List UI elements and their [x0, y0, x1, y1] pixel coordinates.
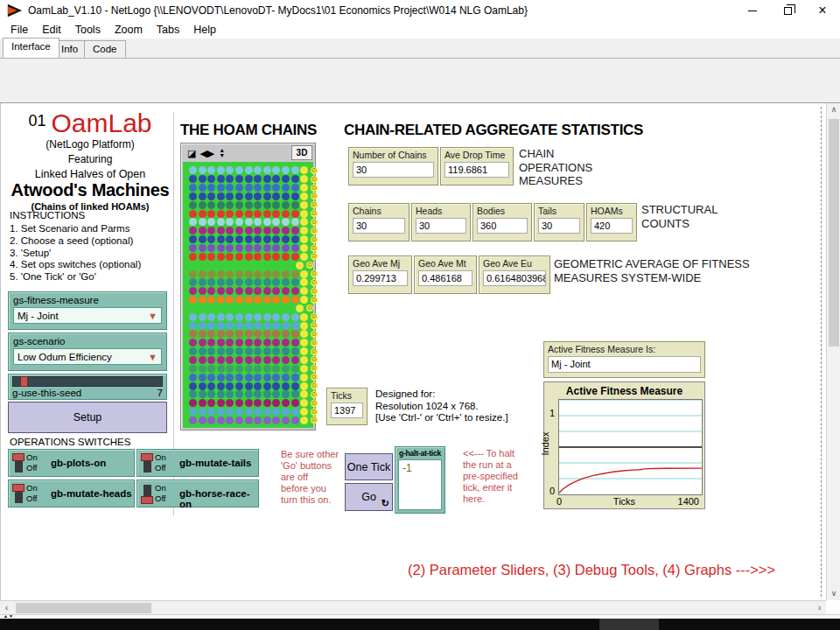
agent-dot: [254, 313, 262, 321]
switch-handle[interactable]: [12, 484, 24, 492]
one-tick-button[interactable]: One Tick: [345, 453, 393, 480]
branding-line: (NetLogo Platform): [6, 138, 174, 150]
menu-item-zoom[interactable]: Zoom: [108, 22, 150, 38]
slider-handle[interactable]: [20, 376, 28, 387]
switch-handle[interactable]: [141, 453, 153, 461]
smiley-icon: ☺: [311, 228, 318, 234]
switch-gb-plots-on[interactable]: OnOffgb-plots-on: [8, 449, 135, 477]
tab-code[interactable]: Code: [84, 40, 126, 58]
agent-dot: [245, 278, 253, 286]
smiley-icon: ☺: [311, 210, 318, 217]
slider-track: [12, 376, 163, 387]
agent-dot: [245, 322, 253, 330]
go-button[interactable]: Go ↻: [345, 483, 393, 511]
agent-dot: [235, 210, 243, 218]
agent-dot: [189, 227, 197, 234]
agent-dot: [245, 166, 253, 174]
smiley-icon: ☺: [311, 391, 318, 398]
agent-dot: [272, 278, 280, 286]
agent-dot: [282, 287, 290, 295]
agent-dot: [291, 201, 299, 209]
scroll-right-arrow[interactable]: ›: [813, 601, 826, 615]
agent-dot: [245, 184, 253, 192]
menu-item-edit[interactable]: Edit: [35, 22, 68, 38]
agent-dot: [217, 244, 225, 252]
3d-button[interactable]: 3D: [291, 145, 312, 160]
agent-dot: [199, 278, 206, 286]
agent-dot: [245, 253, 253, 261]
minimize-button[interactable]: [735, 0, 770, 21]
agent-dot: [189, 313, 197, 321]
agent-dot: [199, 201, 206, 209]
agent-dot: [189, 374, 197, 382]
seed-slider[interactable]: g-use-this-seed 7: [8, 374, 167, 400]
operations-switches-label: OPERATIONS SWITCHES: [10, 437, 130, 447]
chain-row: ☺: [189, 382, 313, 390]
monitor-label: Heads: [416, 206, 466, 216]
switch-gb-horse-race-on[interactable]: OnOffgb-horse-race-on: [136, 480, 259, 508]
agent-dot: [226, 296, 234, 304]
agent-dot: [189, 210, 197, 218]
smiley-icon: ☺: [311, 297, 318, 304]
monitor-label: HOAMs: [591, 206, 633, 216]
monitor-value: 420: [591, 218, 633, 234]
switch-gb-mutate-heads[interactable]: OnOffgb-mutate-heads: [8, 480, 135, 508]
agent-dot: [235, 330, 243, 338]
chain-row: ☺: [189, 356, 313, 365]
instruction-item: 4. Set ops switches (optional): [10, 259, 176, 271]
chooser-dropdown[interactable]: Low Odum Efficiency ▼: [13, 348, 162, 365]
switch-gb-mutate-tails[interactable]: OnOffgb-mutate-tails: [136, 449, 259, 477]
agent-dot: [272, 287, 280, 295]
agent-dot: [217, 278, 225, 286]
agent-dot: [235, 356, 243, 364]
switch-handle[interactable]: [12, 453, 24, 461]
chain-end-dot: [300, 270, 308, 278]
tab-bar: InterfaceInfoCode: [0, 38, 840, 59]
agent-dot: [263, 408, 271, 416]
chooser-gs-fitness-measure[interactable]: gs-fitness-measure Mj - Joint ▼: [8, 291, 167, 330]
chooser-gs-scenario[interactable]: gs-scenario Low Odum Efficiency ▼: [8, 332, 167, 371]
menu-item-tabs[interactable]: Tabs: [150, 22, 186, 38]
agent-dot: [272, 365, 280, 373]
close-button[interactable]: ×: [805, 0, 840, 21]
agent-dot: [199, 322, 206, 330]
switch-onoff-labels: OnOff: [26, 483, 38, 504]
switch-handle[interactable]: [141, 496, 153, 504]
world-view[interactable]: ☺☺☺☺☺☺☺☺☺☺☺☺☺☺☺☺☺☺☺☺☺☺☺☺☺☺☺☺☺☺: [183, 162, 313, 428]
menu-item-tools[interactable]: Tools: [68, 22, 108, 38]
agent-dot: [282, 235, 290, 243]
agent-dot: [217, 390, 225, 398]
agent-dot: [263, 218, 271, 226]
setup-button[interactable]: Setup: [8, 402, 167, 433]
vertical-scroll-thumb[interactable]: [829, 119, 839, 346]
agent-dot: [245, 365, 253, 373]
agent-dot: [245, 287, 253, 295]
halt-at-tick-input[interactable]: g-halt-at-tick -1: [395, 446, 445, 514]
restore-button[interactable]: [770, 0, 805, 21]
horizontal-scroll-thumb[interactable]: [16, 603, 151, 613]
menu-item-file[interactable]: File: [4, 22, 35, 38]
agent-dot: [263, 356, 271, 364]
agent-dot: [245, 356, 253, 364]
monitor-label: Bodies: [477, 206, 528, 216]
tab-interface[interactable]: Interface: [3, 38, 60, 58]
menu-item-help[interactable]: Help: [186, 22, 223, 38]
agent-dot: [217, 330, 225, 338]
agent-dot: [226, 192, 234, 200]
input-value-box[interactable]: -1: [398, 459, 442, 510]
scroll-up-arrow[interactable]: ∧: [827, 103, 840, 116]
agent-dot: [272, 416, 280, 424]
agent-dot: [272, 210, 280, 218]
agent-dot: [199, 270, 206, 278]
chain-end-dot: [300, 374, 308, 382]
agent-dot: [272, 356, 280, 364]
chooser-dropdown[interactable]: Mj - Joint ▼: [13, 307, 162, 324]
agent-dot: [235, 382, 243, 390]
scroll-down-arrow[interactable]: ∨: [827, 587, 840, 600]
chain-row: ☺: [189, 252, 313, 261]
chain-end-dot: [300, 322, 308, 330]
agent-dot: [199, 244, 206, 252]
stat-caption: GEOMETRIC AVERAGE OF FITNESS MEASURES SY…: [554, 257, 777, 284]
agent-dot: [235, 175, 243, 183]
smiley-icon: ☺: [311, 270, 318, 277]
